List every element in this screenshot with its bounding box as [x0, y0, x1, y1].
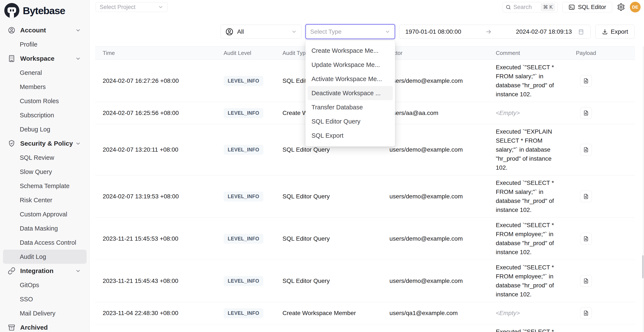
sidebar-item-label: Archived	[20, 324, 48, 331]
cell-time: 2024-02-07 13:20:11 +08:00	[95, 124, 220, 175]
table-row: 2023-11-04 22:48:30 +08:00LEVEL_INFOCrea…	[95, 302, 635, 324]
sidebar-item-sql-review[interactable]: SQL Review	[0, 151, 90, 165]
type-filter-dropdown: Create Workspace Me...Update Workspace M…	[306, 40, 395, 147]
search-input[interactable]: Search ⌘ K	[503, 2, 558, 12]
cell-audit-type: SQL Editor Query	[277, 175, 386, 217]
sidebar-item-members[interactable]: Members	[0, 80, 90, 94]
payload-view-button[interactable]	[580, 233, 592, 244]
column-header-time: Time	[95, 46, 220, 60]
sidebar-item-audit-log[interactable]: Audit Log	[3, 250, 86, 264]
cell-time: 2024-02-07 13:19:53 +08:00	[95, 175, 220, 217]
sidebar-item-label: Workspace	[20, 55, 54, 62]
file-search-icon	[583, 110, 589, 116]
sidebar-item-data-access-control[interactable]: Data Access Control	[0, 235, 90, 250]
scrollbar-track[interactable]	[643, 46, 644, 332]
scrollbar-thumb[interactable]	[642, 255, 644, 278]
sidebar-item-general[interactable]: General	[0, 66, 90, 80]
audit-level-badge: LEVEL_INFO	[224, 191, 263, 202]
chevron-down-icon	[75, 141, 81, 147]
cell-time: 2023-11-21 15:45:53 +08:00	[95, 218, 220, 260]
column-header-payload: Payload	[569, 46, 635, 60]
sidebar-item-schema-template[interactable]: Schema Template	[0, 179, 90, 193]
dropdown-option-activate-workspace-me[interactable]: Activate Workspace Me...	[306, 72, 395, 86]
sidebar-item-label: Subscription	[20, 112, 54, 119]
cell-audit-level: LEVEL_INFO	[220, 124, 277, 175]
date-range-picker[interactable]: 1970-01-01 08:00:00 2024-02-07 18:09:13	[399, 25, 590, 39]
sidebar-item-integration[interactable]: Integration	[0, 264, 90, 278]
file-search-icon	[583, 147, 589, 153]
cell-audit-level: LEVEL_INFO	[220, 218, 277, 260]
file-search-icon	[583, 310, 589, 316]
actor-filter-value: All	[237, 28, 244, 35]
cell-actor: users/demo@example.com	[386, 218, 491, 260]
payload-view-button[interactable]	[580, 307, 592, 319]
cell-actor: users/aa@aa.com	[386, 102, 491, 124]
payload-view-button[interactable]	[580, 75, 592, 87]
cell-actor: users/qa1@example.com	[386, 302, 491, 324]
bytebase-logo-icon	[4, 3, 19, 18]
terminal-icon	[568, 4, 575, 10]
cell-comment: Executed `"EXPLAIN SELECT * FROM salary;…	[491, 124, 569, 175]
cell-time: 2023-11-04 22:48:30 +08:00	[95, 302, 220, 324]
sidebar-item-risk-center[interactable]: Risk Center	[0, 193, 90, 207]
dropdown-option-deactivate-workspace[interactable]: Deactivate Workspace ...	[308, 86, 393, 100]
cell-audit-level: LEVEL_INFO	[220, 102, 277, 124]
sidebar-item-gitops[interactable]: GitOps	[0, 278, 90, 292]
sidebar-item-security-policy[interactable]: Security & Policy	[0, 136, 90, 151]
type-filter-select[interactable]: Select Type	[306, 24, 395, 39]
sidebar: Bytebase AccountProfileWorkspaceGeneralM…	[0, 0, 90, 332]
sidebar-item-custom-roles[interactable]: Custom Roles	[0, 94, 90, 108]
sidebar-item-archived[interactable]: Archived	[0, 321, 90, 332]
dropdown-option-update-workspace-me[interactable]: Update Workspace Me...	[306, 58, 395, 72]
brand-logo[interactable]: Bytebase	[0, 0, 90, 19]
sidebar-item-custom-approval[interactable]: Custom Approval	[0, 207, 90, 221]
settings-gear-icon[interactable]	[617, 3, 625, 11]
dropdown-option-create-workspace-me[interactable]: Create Workspace Me...	[306, 43, 395, 58]
payload-view-button[interactable]	[580, 191, 592, 202]
dropdown-option-sql-editor-query[interactable]: SQL Editor Query	[306, 114, 395, 129]
table-row: 2023-11-21 15:45:53 +08:00LEVEL_INFOSQL …	[95, 218, 635, 260]
cell-audit-level: LEVEL_INFO	[220, 302, 277, 324]
cell-payload	[569, 324, 635, 332]
column-header-comment: Comment	[491, 46, 569, 60]
sidebar-item-mail-delivery[interactable]: Mail Delivery	[0, 306, 90, 321]
brand-name: Bytebase	[23, 5, 65, 16]
cell-actor: users/demo@example.com	[386, 175, 491, 217]
archive-icon	[8, 324, 16, 331]
sidebar-item-sso[interactable]: SSO	[0, 292, 90, 306]
file-search-icon	[583, 236, 589, 242]
payload-view-button[interactable]	[580, 107, 592, 119]
sidebar-item-subscription[interactable]: Subscription	[0, 108, 90, 122]
sql-editor-button[interactable]: SQL Editor	[562, 2, 612, 12]
dropdown-option-sql-export[interactable]: SQL Export	[306, 129, 395, 143]
cell-audit-level: LEVEL_INFO	[220, 175, 277, 217]
dropdown-option-transfer-database[interactable]: Transfer Database	[306, 100, 395, 114]
sidebar-item-workspace[interactable]: Workspace	[0, 51, 90, 66]
user-avatar[interactable]: DE	[630, 2, 640, 12]
sidebar-item-account[interactable]: Account	[0, 23, 90, 37]
sidebar-nav: AccountProfileWorkspaceGeneralMembersCus…	[0, 19, 90, 332]
chevron-down-icon	[75, 56, 81, 62]
sidebar-item-label: Data Access Control	[20, 239, 76, 246]
sidebar-item-data-masking[interactable]: Data Masking	[0, 221, 90, 235]
cell-audit-level: LEVEL_INFO	[220, 324, 277, 332]
sidebar-item-label: Audit Log	[20, 253, 46, 260]
shield-check-icon	[8, 140, 16, 147]
sidebar-item-label: Profile	[20, 41, 38, 48]
search-placeholder: Search	[514, 4, 532, 10]
payload-view-button[interactable]	[580, 275, 592, 287]
project-select[interactable]: Select Project	[96, 2, 168, 12]
sidebar-item-debug-log[interactable]: Debug Log	[0, 122, 90, 136]
payload-view-button[interactable]	[580, 144, 592, 156]
file-search-icon	[583, 278, 589, 284]
cell-comment: Executed `"SELECT * FROM salary;"` in da…	[491, 60, 569, 102]
column-header-level: Audit Level	[220, 46, 277, 60]
column-header-actor: Actor	[386, 46, 491, 60]
sidebar-item-slow-query[interactable]: Slow Query	[0, 165, 90, 179]
user-circle-icon	[225, 27, 234, 36]
export-button[interactable]: Export	[596, 25, 634, 39]
cell-payload	[569, 175, 635, 217]
actor-filter-select[interactable]: All	[220, 25, 302, 39]
cell-actor: users/demo@example.com	[386, 324, 491, 332]
sidebar-item-profile[interactable]: Profile	[0, 37, 90, 51]
